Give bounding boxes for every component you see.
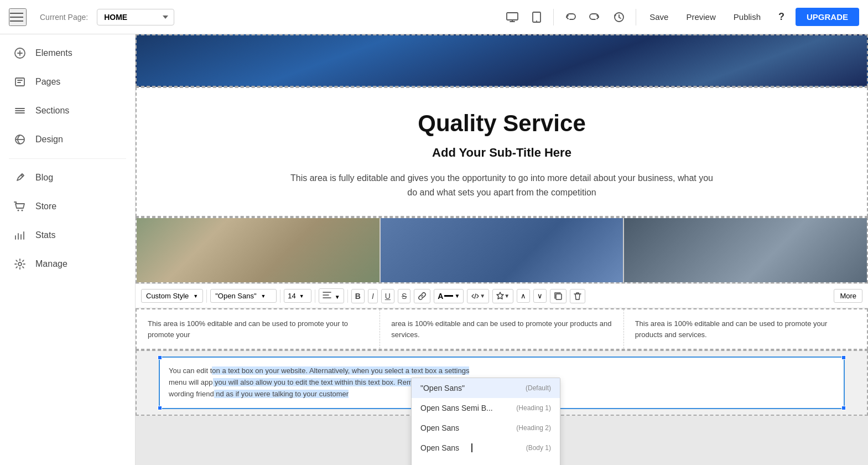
help-btn[interactable]: ? xyxy=(772,8,791,26)
content-section[interactable]: Quality Service Add Your Sub-Title Here … xyxy=(136,87,868,217)
page-title: Quality Service xyxy=(170,110,834,137)
move-up-btn[interactable]: ∧ xyxy=(517,289,530,303)
sidebar-item-design[interactable]: Design xyxy=(0,125,135,154)
page-select[interactable]: HOME xyxy=(97,9,174,25)
font-option-name-1: "Open Sans" xyxy=(420,384,465,392)
page-canvas: Quality Service Add Your Sub-Title Here … xyxy=(136,34,868,416)
sidebar-item-store[interactable]: Store xyxy=(0,192,135,221)
text-col-1[interactable]: This area is 100% editable and can be us… xyxy=(137,309,380,349)
main-layout: Elements Pages Sections Design Blo xyxy=(0,34,868,465)
plus-icon xyxy=(13,46,27,60)
sidebar-item-manage-label: Manage xyxy=(35,259,67,269)
text-col-3[interactable]: This area is 100% editable and can be us… xyxy=(624,309,867,349)
design-icon xyxy=(13,133,27,146)
stats-icon xyxy=(13,229,27,242)
bottom-text-row3-highlighted: nd as if you were talking to your custom… xyxy=(214,390,349,398)
menu-hamburger[interactable] xyxy=(9,8,27,26)
bottom-text-highlighted: on a text box on your website. Alternati… xyxy=(212,366,469,375)
photos-section xyxy=(136,217,868,283)
font-option-name-4: Open Sans xyxy=(420,443,459,452)
sidebar-item-sections[interactable]: Sections xyxy=(0,96,135,125)
sidebar-item-blog[interactable]: Blog xyxy=(0,163,135,192)
resize-handle-tl[interactable] xyxy=(158,355,162,360)
hero-section[interactable] xyxy=(136,34,868,87)
sidebar-item-elements[interactable]: Elements xyxy=(0,39,135,68)
photo-1[interactable] xyxy=(137,218,381,282)
resize-handle-tr[interactable] xyxy=(841,355,846,360)
text-col-2[interactable]: area is 100% editable and can be used to… xyxy=(380,309,623,349)
text-col-3-content: This area is 100% editable and can be us… xyxy=(635,319,828,339)
code-btn[interactable]: ▼ xyxy=(467,289,489,303)
font-option-open-sans-body1[interactable]: Open Sans (Body 1) xyxy=(412,438,560,458)
page-body-text: This area is fully editable and gives yo… xyxy=(286,171,718,199)
font-option-tag-4: (Body 1) xyxy=(526,444,551,452)
toolbar-sep-4 xyxy=(347,290,348,303)
more-btn[interactable]: More xyxy=(834,289,862,303)
svg-rect-10 xyxy=(556,294,562,299)
font-option-open-sans-body2[interactable]: Open Sans (Body 2) xyxy=(412,458,560,465)
text-color-tool[interactable]: A ▼ xyxy=(434,289,464,303)
align-btn[interactable]: ▼ xyxy=(319,288,344,303)
save-btn[interactable]: Save xyxy=(643,9,675,25)
sidebar-item-stats[interactable]: Stats xyxy=(0,221,135,250)
style-dropdown-value: Custom Style xyxy=(146,292,189,300)
publish-btn[interactable]: Publish xyxy=(727,9,767,25)
redo-btn[interactable] xyxy=(585,7,605,27)
move-down-btn[interactable]: ∨ xyxy=(533,289,547,303)
bold-btn[interactable]: B xyxy=(351,289,365,303)
text-cursor xyxy=(471,443,472,452)
italic-btn[interactable]: I xyxy=(368,289,378,303)
font-option-open-sans-heading2[interactable]: Open Sans (Heading 2) xyxy=(412,418,560,438)
link-btn[interactable] xyxy=(414,289,430,303)
photo-2[interactable] xyxy=(381,218,625,282)
sidebar-item-elements-label: Elements xyxy=(35,48,72,58)
sidebar-item-manage[interactable]: Manage xyxy=(0,250,135,278)
editor-toolbar: Custom Style "Open Sans" 14 ▼ B I xyxy=(136,283,868,308)
bottom-text-before: You can edit t xyxy=(169,366,212,375)
font-dropdown-overlay: "Open Sans" (Default) Open Sans Semi B..… xyxy=(411,378,560,465)
sidebar-item-design-label: Design xyxy=(35,135,63,144)
history-btn[interactable] xyxy=(609,7,629,27)
svg-rect-0 xyxy=(507,13,518,20)
photo-3[interactable] xyxy=(624,218,867,282)
text-columns-section: This area is 100% editable and can be us… xyxy=(136,308,868,350)
underline-btn[interactable]: U xyxy=(381,289,394,303)
bottom-text-row2-before: menu will app xyxy=(169,378,213,386)
svg-point-9 xyxy=(18,262,22,266)
toolbar-sep-1 xyxy=(206,290,207,303)
delete-btn[interactable] xyxy=(570,289,585,303)
resize-handle-br[interactable] xyxy=(841,406,846,410)
sidebar-item-sections-label: Sections xyxy=(35,106,69,116)
duplicate-btn[interactable] xyxy=(550,289,566,303)
desktop-view-btn[interactable] xyxy=(502,7,522,27)
undo-btn[interactable] xyxy=(560,7,580,27)
font-option-name-2: Open Sans Semi B... xyxy=(420,404,493,412)
text-col-2-content: area is 100% editable and can be used to… xyxy=(391,319,611,339)
svg-point-7 xyxy=(18,210,19,211)
store-icon xyxy=(13,200,27,213)
upgrade-btn[interactable]: UPGRADE xyxy=(796,8,859,26)
sidebar-item-store-label: Store xyxy=(35,202,56,211)
pages-icon xyxy=(13,75,27,89)
tablet-view-btn[interactable] xyxy=(527,7,547,27)
resize-handle-bl[interactable] xyxy=(158,406,162,410)
canvas-area: Quality Service Add Your Sub-Title Here … xyxy=(136,34,868,465)
topbar-icons: Save Preview Publish ? UPGRADE xyxy=(502,7,859,27)
style-dropdown[interactable]: Custom Style xyxy=(141,289,203,303)
pin-btn[interactable]: ▼ xyxy=(492,289,513,303)
font-dropdown-value: "Open Sans" xyxy=(215,292,256,300)
toolbar-sep-2 xyxy=(280,290,280,303)
strikethrough-btn[interactable]: S xyxy=(398,289,410,303)
blog-icon xyxy=(13,171,27,184)
font-size-value: 14 xyxy=(288,292,295,300)
font-dropdown-trigger[interactable]: "Open Sans" xyxy=(210,289,277,303)
font-size-dropdown[interactable]: 14 xyxy=(284,289,311,303)
font-option-open-sans-heading1[interactable]: Open Sans Semi B... (Heading 1) xyxy=(412,398,560,418)
sidebar-item-pages[interactable]: Pages xyxy=(0,68,135,96)
font-option-open-sans-default[interactable]: "Open Sans" (Default) xyxy=(412,378,560,398)
preview-btn[interactable]: Preview xyxy=(679,9,722,25)
sidebar-item-blog-label: Blog xyxy=(35,173,53,183)
topbar: Current Page: HOME Save Preview Publish … xyxy=(0,0,868,34)
font-option-name-3: Open Sans xyxy=(420,423,459,432)
svg-point-8 xyxy=(22,210,23,211)
